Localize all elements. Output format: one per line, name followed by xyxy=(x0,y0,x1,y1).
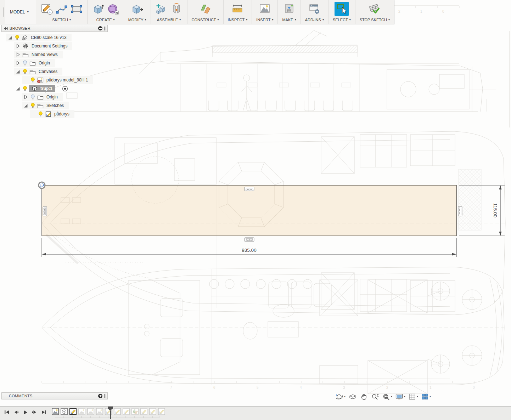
toolbar-grip[interactable] xyxy=(0,0,5,24)
select-button[interactable] xyxy=(335,2,349,16)
sketch-origin-point[interactable] xyxy=(39,182,45,188)
add-ins-button[interactable] xyxy=(307,2,321,16)
pan-button[interactable] xyxy=(359,392,369,401)
timeline-feature-sketch-active[interactable] xyxy=(69,408,77,415)
tree-row-named-views[interactable]: Named Views xyxy=(1,50,93,59)
constraint-glyph-bottom[interactable] xyxy=(245,238,254,242)
dimension-width-value[interactable]: 935.00 xyxy=(242,248,256,253)
stop-sketch-button[interactable] xyxy=(367,2,382,16)
look-at-button[interactable] xyxy=(348,392,358,401)
tree-item-label: Origin xyxy=(37,61,50,66)
timeline-feature-canvas-suppressed[interactable] xyxy=(78,408,85,415)
timeline-feature-canvas[interactable] xyxy=(51,408,59,415)
visibility-bulb-on[interactable] xyxy=(37,111,44,117)
toolbar-group-label-construct[interactable]: CONSTRUCT▾ xyxy=(191,17,220,23)
browser-panel-grip[interactable] xyxy=(104,27,106,30)
browser-collapse-icon[interactable] xyxy=(98,26,102,30)
insert-image-button[interactable] xyxy=(258,2,272,16)
go-to-end-button[interactable] xyxy=(40,409,47,415)
toolbar-group-label-inspect[interactable]: INSPECT▾ xyxy=(227,17,248,23)
tree-item-label: Document Settings xyxy=(30,44,67,49)
toolbar-group-label-sketch[interactable]: SKETCH▾ xyxy=(51,17,72,23)
joint-button[interactable] xyxy=(169,2,184,16)
selected-item-box[interactable]: trup:1 xyxy=(29,85,55,92)
timeline-feature-canvas-suppressed[interactable] xyxy=(87,408,94,415)
toolbar-group-label-assemble[interactable]: ASSEMBLE▾ xyxy=(156,17,181,23)
toolbar-group-label-add-ins[interactable]: ADD-INS▾ xyxy=(304,17,325,23)
play-button[interactable] xyxy=(22,409,28,415)
expander-expanded-icon[interactable] xyxy=(14,86,21,91)
go-to-start-button[interactable] xyxy=(4,409,10,415)
construct-plane-button[interactable] xyxy=(198,2,212,16)
constraint-glyph-left[interactable] xyxy=(43,206,47,216)
tree-row-sketches[interactable]: Sketches xyxy=(1,101,93,110)
toolbar-group-label-modify[interactable]: MODIFY▾ xyxy=(128,17,147,23)
visibility-bulb-on[interactable] xyxy=(29,77,36,83)
toolbar-group-label-make[interactable]: MAKE▾ xyxy=(281,17,297,23)
comments-panel-grip[interactable] xyxy=(104,394,106,398)
visibility-bulb-on[interactable] xyxy=(29,103,36,108)
timeline-feature-canvas-suppressed[interactable] xyxy=(96,408,103,415)
zoom-button[interactable] xyxy=(370,392,380,401)
timeline-feature-plane-suppressed[interactable] xyxy=(131,408,139,415)
toolbar-group-label-insert[interactable]: INSERT▾ xyxy=(256,17,274,23)
create-sketch-button[interactable] xyxy=(40,2,54,16)
rectangle-button[interactable] xyxy=(69,2,84,16)
collapse-panel-icon[interactable] xyxy=(4,27,8,30)
form-button[interactable] xyxy=(106,2,120,16)
expander-expanded-icon[interactable] xyxy=(22,103,29,108)
grid-settings-button[interactable]: ▾ xyxy=(408,392,419,401)
spline-button[interactable] xyxy=(55,2,69,16)
expander-expanded-icon[interactable] xyxy=(14,69,21,74)
tree-row-document-settings[interactable]: Document Settings xyxy=(1,42,93,50)
fit-button[interactable]: ▾ xyxy=(381,392,393,401)
expander-collapsed-icon[interactable] xyxy=(14,52,21,57)
timeline-feature-component[interactable] xyxy=(60,408,68,415)
sketch-rectangle-profile[interactable] xyxy=(42,185,456,236)
comments-expand-icon[interactable] xyxy=(98,394,102,398)
expander-collapsed-icon[interactable] xyxy=(14,44,21,49)
tree-row-origin[interactable]: Origin xyxy=(1,59,93,67)
measure-button[interactable] xyxy=(230,2,245,16)
expander-collapsed-icon[interactable] xyxy=(14,61,21,66)
new-component-button[interactable] xyxy=(155,2,169,16)
toolbar-group-label-create[interactable]: CREATE▾ xyxy=(96,17,116,23)
tree-row-canvases[interactable]: Canvases xyxy=(1,67,93,76)
visibility-bulb-off[interactable] xyxy=(21,60,28,66)
timeline-feature-sketch-suppressed[interactable] xyxy=(158,408,165,415)
constraint-glyph-right[interactable] xyxy=(458,206,462,216)
tree-row-trup-1[interactable]: trup:1 xyxy=(1,84,93,93)
step-forward-button[interactable] xyxy=(31,409,38,415)
step-back-button[interactable] xyxy=(13,409,19,415)
press-pull-button[interactable] xyxy=(130,2,144,16)
constraint-glyph-top[interactable] xyxy=(245,187,254,191)
tree-row-p-dorys[interactable]: půdorys xyxy=(1,110,93,118)
orbit-button[interactable]: ▾ xyxy=(334,392,347,401)
timeline-playhead[interactable] xyxy=(108,407,113,419)
display-settings-button[interactable]: ▾ xyxy=(394,392,406,401)
visibility-bulb-on[interactable] xyxy=(21,86,28,91)
viewports-button[interactable]: ▾ xyxy=(420,392,432,401)
print-3d-button[interactable] xyxy=(282,2,296,16)
extrude-button[interactable] xyxy=(91,2,105,16)
expander-collapsed-icon[interactable] xyxy=(22,95,29,100)
timeline-feature-sketch-suppressed[interactable] xyxy=(140,408,147,415)
tree-row-p-dorys-model-90h-1[interactable]: půdorys model_90H 1 xyxy=(1,76,93,84)
timeline-feature-sketch-suppressed[interactable] xyxy=(122,408,130,415)
visibility-bulb-on[interactable] xyxy=(13,35,21,40)
visibility-bulb-on[interactable] xyxy=(21,69,28,74)
activate-component-radio[interactable] xyxy=(62,86,68,92)
dimension-height-value[interactable]: 115.00 xyxy=(493,203,498,217)
construct-plane-icon xyxy=(199,2,212,15)
expander-expanded-icon[interactable] xyxy=(6,35,13,40)
timeline-feature-sketch-suppressed[interactable] xyxy=(149,408,156,415)
tree-row-cb90-scale-16-v13[interactable]: CB90 scale 16 v13 xyxy=(1,33,93,42)
visibility-bulb-off[interactable] xyxy=(29,94,36,100)
timeline-feature-sketch-suppressed[interactable] xyxy=(113,408,121,415)
toolbar-group-label-select[interactable]: SELECT▾ xyxy=(332,17,352,23)
tree-row-origin[interactable]: Origin xyxy=(1,93,93,101)
svg-text:6: 6 xyxy=(213,386,215,390)
workspace-switcher[interactable]: MODEL ▾ xyxy=(5,0,36,24)
toolbar-group-label-stop-sketch[interactable]: STOP SKETCH▾ xyxy=(359,17,391,23)
press-pull-icon xyxy=(131,2,144,15)
